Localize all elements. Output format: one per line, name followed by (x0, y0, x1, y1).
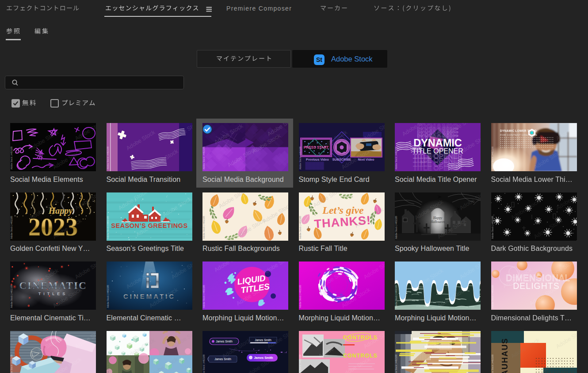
svg-text:TITLES: TITLES (38, 292, 68, 296)
svg-text:Adobe Stock | #452188: Adobe Stock | #452188 (202, 285, 205, 308)
svg-text:Halloween: Halloween (430, 220, 445, 224)
svg-text:James Smith: James Smith (255, 338, 271, 342)
svg-text:Adobe Stock | #452188: Adobe Stock | #452188 (10, 215, 13, 238)
svg-text:Adobe Stock | #452188: Adobe Stock | #452188 (491, 285, 494, 308)
svg-text:Adobe Stock | #452188: Adobe Stock | #452188 (10, 354, 13, 373)
svg-text:Adobe Stock | #452188: Adobe Stock | #452188 (202, 146, 205, 169)
svg-text:Adobe Stock | #452188: Adobe Stock | #452188 (202, 215, 205, 238)
svg-text:James Smith: James Smith (214, 358, 231, 361)
svg-text:James Smith: James Smith (216, 340, 233, 343)
svg-text:Adobe Stock | #452188: Adobe Stock | #452188 (107, 215, 109, 238)
svg-text:Adobe Stock | #452188: Adobe Stock | #452188 (395, 215, 397, 238)
svg-text:Happy: Happy (433, 216, 443, 220)
svg-text:Adobe Stock | #452188: Adobe Stock | #452188 (395, 285, 397, 308)
svg-text:Adobe Stock | #452188: Adobe Stock | #452188 (299, 215, 302, 238)
svg-text:BAUHAUS: BAUHAUS (500, 338, 509, 373)
svg-text:Adobe Stock | #452188: Adobe Stock | #452188 (395, 354, 397, 373)
svg-text:Adobe Stock | #452188: Adobe Stock | #452188 (395, 146, 397, 169)
svg-text:Adobe Stock | #452188: Adobe Stock | #452188 (107, 285, 109, 308)
svg-text:Adobe Stock | #452188: Adobe Stock | #452188 (491, 215, 494, 238)
svg-text:Adobe Stock | #452188: Adobe Stock | #452188 (299, 146, 302, 169)
svg-text:CONTROLS: CONTROLS (343, 353, 378, 359)
svg-text:Adobe Stock | #452188: Adobe Stock | #452188 (202, 354, 205, 373)
svg-text:Adobe Stock | #452188: Adobe Stock | #452188 (107, 146, 109, 169)
svg-text:Adobe Stock | #452188: Adobe Stock | #452188 (299, 285, 302, 308)
svg-text:Adobe Stock | #452188: Adobe Stock | #452188 (10, 146, 13, 169)
svg-text:Adobe Stock | #452188: Adobe Stock | #452188 (491, 146, 494, 169)
svg-text:Adobe Stock | #452188: Adobe Stock | #452188 (299, 354, 302, 373)
svg-text:Previous Video: Previous Video (306, 158, 329, 162)
svg-text:Adobe Stock | #452188: Adobe Stock | #452188 (10, 285, 13, 308)
svg-text:Adobe Stock | #452188: Adobe Stock | #452188 (491, 354, 494, 373)
svg-text:Adobe Stock | #452188: Adobe Stock | #452188 (107, 354, 109, 373)
